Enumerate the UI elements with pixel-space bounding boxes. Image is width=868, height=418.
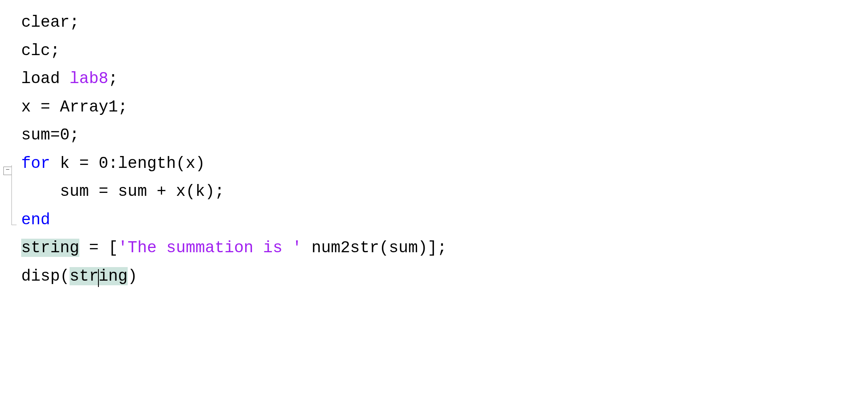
code-text: ) bbox=[128, 267, 137, 285]
code-text: num2str(sum)]; bbox=[302, 239, 447, 257]
code-line[interactable]: clc; bbox=[21, 37, 868, 65]
code-text: k = 0:length(x) bbox=[50, 154, 205, 173]
code-text: ; bbox=[108, 70, 118, 88]
code-editor[interactable]: − clear; clc; load lab8; x = Array1; sum… bbox=[0, 0, 868, 290]
keyword: for bbox=[21, 154, 50, 173]
fold-toggle-icon[interactable]: − bbox=[3, 167, 12, 175]
highlighted-text: str bbox=[70, 267, 98, 285]
code-text: clc; bbox=[21, 42, 60, 60]
code-line[interactable]: load lab8; bbox=[21, 65, 868, 93]
keyword: end bbox=[21, 211, 50, 229]
text-cursor bbox=[98, 269, 99, 287]
highlighted-text: ing bbox=[98, 267, 127, 285]
code-text: x = Array1; bbox=[21, 98, 128, 116]
code-text: sum=0; bbox=[21, 126, 79, 144]
highlighted-text: string bbox=[21, 239, 79, 257]
code-line[interactable]: clear; bbox=[21, 8, 868, 37]
string-literal: lab8 bbox=[70, 70, 108, 88]
code-line[interactable]: disp(string) bbox=[21, 262, 868, 291]
code-line[interactable]: for k = 0:length(x) bbox=[21, 150, 868, 178]
code-line[interactable]: end bbox=[21, 206, 868, 234]
code-text: sum = sum + x(k); bbox=[21, 182, 224, 201]
string-literal: 'The summation is ' bbox=[118, 239, 302, 257]
code-line[interactable]: x = Array1; bbox=[21, 93, 868, 122]
fold-gutter: − bbox=[3, 8, 12, 176]
code-line[interactable]: sum = sum + x(k); bbox=[21, 178, 868, 206]
code-text: = [ bbox=[79, 239, 118, 257]
code-text: load bbox=[21, 70, 70, 88]
code-line[interactable]: sum=0; bbox=[21, 121, 868, 150]
code-line[interactable]: string = ['The summation is ' num2str(su… bbox=[21, 234, 868, 262]
code-text: clear; bbox=[21, 13, 79, 31]
code-text: disp( bbox=[21, 267, 70, 285]
